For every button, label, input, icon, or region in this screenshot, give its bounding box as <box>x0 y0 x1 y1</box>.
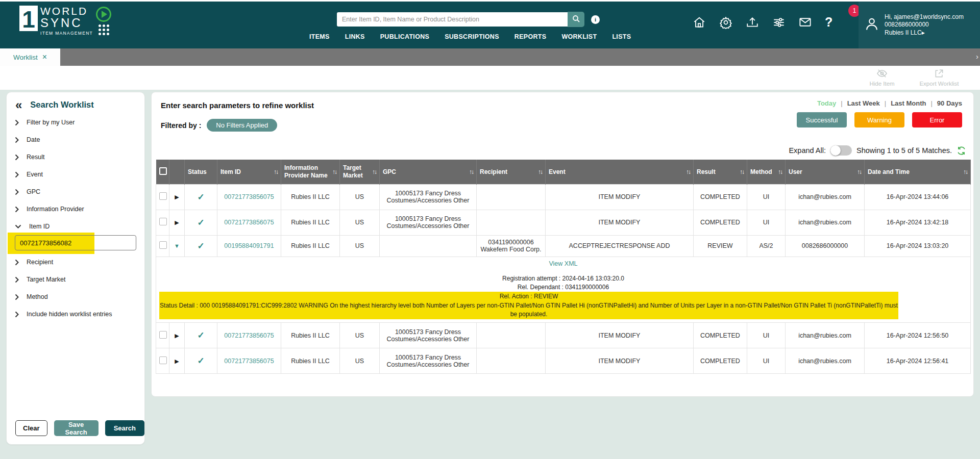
table-row: ▶ ✓ 00721773856075 Rubies II LLC US 1000… <box>156 348 971 374</box>
item-id-link[interactable]: 00195884091791 <box>224 242 274 249</box>
detail-registration: Registration attempt : 2024-04-16 13:03:… <box>159 274 967 283</box>
item-id-link[interactable]: 00721773856075 <box>224 332 274 339</box>
save-search-button[interactable]: Save Search <box>54 420 99 436</box>
detail-status: Status Detail : 000 00195884091791:CIC99… <box>159 301 898 319</box>
row-checkbox[interactable] <box>159 218 167 225</box>
nav-links[interactable]: LINKS <box>345 33 365 40</box>
sort-icon[interactable]: ↑↓ <box>274 168 278 175</box>
successful-filter-button[interactable]: Successful <box>797 112 847 128</box>
global-search: i <box>337 12 600 27</box>
export-worklist-button[interactable]: Export Worklist <box>913 68 966 87</box>
tab-worklist[interactable]: Worklist × <box>0 48 60 66</box>
expand-row-icon[interactable]: ▶ <box>175 358 179 364</box>
sort-icon[interactable]: ↑↓ <box>469 168 473 175</box>
sort-icon[interactable]: ↑↓ <box>963 168 967 175</box>
showing-matches-text: Showing 1 to 5 of 5 Matches. <box>856 146 952 155</box>
item-id-link[interactable]: 00721773856075 <box>224 358 274 365</box>
sort-icon[interactable]: ↑↓ <box>538 168 542 175</box>
sort-icon[interactable]: ↑↓ <box>686 168 690 175</box>
detail-action: Rel. Action : REVIEW <box>159 292 898 301</box>
select-all-checkbox[interactable] <box>159 167 167 175</box>
status-success-icon: ✓ <box>197 330 204 340</box>
filter-gpc[interactable]: GPC <box>7 183 144 200</box>
sort-icon[interactable]: ↑↓ <box>332 168 336 175</box>
expand-all-toggle[interactable] <box>830 145 852 156</box>
expand-col-header <box>169 160 185 184</box>
expand-row-icon[interactable]: ▶ <box>175 194 179 200</box>
user-gln: 0082686000000 <box>885 21 964 29</box>
sort-icon[interactable]: ↑↓ <box>372 168 376 175</box>
collapse-panel-icon[interactable]: « <box>15 100 22 110</box>
warning-filter-button[interactable]: Warning <box>854 112 904 128</box>
nav-items[interactable]: ITEMS <box>309 33 330 40</box>
tab-close-icon[interactable]: × <box>42 53 47 62</box>
filter-event[interactable]: Event <box>7 166 144 183</box>
table-row-expanded: ▼ ✓ 00195884091791 Rubies II LLC US 0341… <box>156 235 971 257</box>
row-checkbox[interactable] <box>159 192 167 200</box>
row-checkbox[interactable] <box>159 356 167 364</box>
table-row: ▶ ✓ 00721773856075 Rubies II LLC US 1000… <box>156 184 971 210</box>
settings-gear-icon[interactable] <box>719 15 732 29</box>
search-icon <box>572 15 580 24</box>
upload-icon[interactable] <box>745 15 759 29</box>
sliders-icon[interactable] <box>772 15 786 29</box>
refresh-icon[interactable] <box>957 146 966 156</box>
range-last-week[interactable]: Last Week <box>847 99 891 107</box>
user-greeting: Hi, ajames@1worldsync.com <box>885 13 964 21</box>
sort-icon[interactable]: ↑↓ <box>857 168 861 175</box>
logo-word2: SYNC <box>40 17 93 29</box>
user-panel[interactable]: Hi, ajames@1worldsync.com 0082686000000 … <box>859 2 980 48</box>
chevron-right-icon <box>15 137 19 143</box>
home-icon[interactable] <box>692 15 706 29</box>
item-id-link[interactable]: 00721773856075 <box>224 219 274 226</box>
sort-icon[interactable]: ↑↓ <box>778 168 782 175</box>
play-icon[interactable] <box>96 7 111 22</box>
expand-row-icon[interactable]: ▶ <box>175 219 179 225</box>
item-id-link[interactable]: 00721773856075 <box>224 193 274 200</box>
col-gpc: GPC↑↓ <box>380 160 477 184</box>
range-90-days[interactable]: 90 Days <box>937 99 962 107</box>
filter-target-market[interactable]: Target Market <box>7 271 144 288</box>
filter-include-hidden[interactable]: Include hidden worklist entries <box>7 305 144 323</box>
app-header: 1 WORLD SYNC ITEM MANAGEMENT i ITEMS LIN… <box>0 2 980 48</box>
range-last-month[interactable]: Last Month <box>891 99 937 107</box>
search-input[interactable] <box>337 12 568 27</box>
error-filter-button[interactable]: Error <box>912 112 962 128</box>
filter-recipient[interactable]: Recipient <box>7 253 144 271</box>
hide-item-button[interactable]: Hide Item <box>864 68 900 87</box>
hide-item-label: Hide Item <box>869 81 894 87</box>
hide-eye-icon <box>876 68 888 80</box>
col-method: Method↑↓ <box>747 160 786 184</box>
header-icons: ? <box>692 15 832 30</box>
nav-publications[interactable]: PUBLICATIONS <box>380 33 429 40</box>
user-company[interactable]: Rubies II LLC <box>885 29 922 36</box>
apps-grid-icon[interactable] <box>99 24 109 35</box>
row-checkbox[interactable] <box>159 331 167 339</box>
search-button-sidebar[interactable]: Search <box>105 420 144 436</box>
nav-reports[interactable]: REPORTS <box>514 33 547 40</box>
clear-button[interactable]: Clear <box>15 420 47 436</box>
collapse-row-icon[interactable]: ▼ <box>174 243 180 249</box>
help-icon[interactable]: ? <box>825 15 832 30</box>
sort-icon[interactable]: ↑↓ <box>740 168 744 175</box>
filter-date[interactable]: Date <box>7 131 144 148</box>
mail-icon[interactable] <box>798 15 812 29</box>
nav-lists[interactable]: LISTS <box>612 33 631 40</box>
filter-information-provider[interactable]: Information Provider <box>7 200 144 218</box>
tab-scroll-right-icon[interactable]: › <box>976 52 978 61</box>
row-checkbox[interactable] <box>159 241 167 249</box>
nav-worklist[interactable]: WORKLIST <box>561 33 597 40</box>
no-filters-pill[interactable]: No Filters Applied <box>207 119 277 132</box>
range-today[interactable]: Today <box>817 99 847 107</box>
nav-subscriptions[interactable]: SUBSCRIPTIONS <box>445 33 499 40</box>
highlight-marker: Rel. Action : REVIEW Status Detail : 000… <box>159 292 898 319</box>
search-button[interactable] <box>568 12 584 27</box>
expand-row-icon[interactable]: ▶ <box>175 333 179 339</box>
col-date-time: Date and Time↑↓ <box>865 160 971 184</box>
filter-method[interactable]: Method <box>7 288 144 305</box>
item-id-input[interactable] <box>15 235 136 250</box>
info-icon[interactable]: i <box>591 15 600 24</box>
filter-result[interactable]: Result <box>7 148 144 166</box>
view-xml-link[interactable]: View XML <box>549 260 577 267</box>
filter-by-my-user[interactable]: Filter by my User <box>7 114 144 131</box>
